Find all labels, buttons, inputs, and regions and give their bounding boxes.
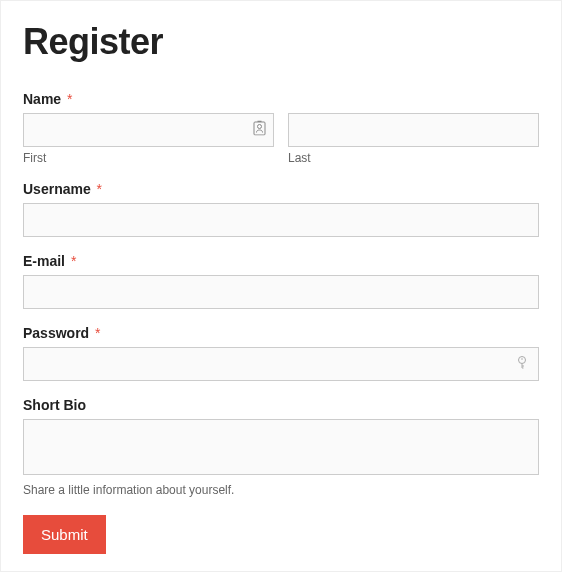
username-input[interactable] (23, 203, 539, 237)
submit-button[interactable]: Submit (23, 515, 106, 554)
last-name-sublabel: Last (288, 151, 539, 165)
password-input[interactable] (23, 347, 539, 381)
password-field-group: Password * (23, 325, 539, 381)
email-label: E-mail * (23, 253, 539, 269)
first-name-input[interactable] (23, 113, 274, 147)
password-required-indicator: * (95, 325, 100, 341)
email-input[interactable] (23, 275, 539, 309)
first-name-input-wrap (23, 113, 274, 147)
name-label: Name * (23, 91, 539, 107)
bio-textarea[interactable] (23, 419, 539, 475)
bio-label: Short Bio (23, 397, 539, 413)
email-label-text: E-mail (23, 253, 65, 269)
register-form-container: Register Name * F (0, 0, 562, 572)
last-name-input[interactable] (288, 113, 539, 147)
page-title: Register (23, 21, 539, 63)
name-label-text: Name (23, 91, 61, 107)
password-label: Password * (23, 325, 539, 341)
username-required-indicator: * (97, 181, 102, 197)
bio-label-text: Short Bio (23, 397, 86, 413)
name-field-group: Name * First (23, 91, 539, 165)
email-required-indicator: * (71, 253, 76, 269)
bio-hint: Share a little information about yoursel… (23, 483, 539, 497)
name-required-indicator: * (67, 91, 72, 107)
first-name-sublabel: First (23, 151, 274, 165)
email-field-group: E-mail * (23, 253, 539, 309)
bio-field-group: Short Bio Share a little information abo… (23, 397, 539, 497)
username-field-group: Username * (23, 181, 539, 237)
password-label-text: Password (23, 325, 89, 341)
username-label-text: Username (23, 181, 91, 197)
username-label: Username * (23, 181, 539, 197)
password-input-wrap (23, 347, 539, 381)
name-row: First Last (23, 113, 539, 165)
last-name-col: Last (288, 113, 539, 165)
first-name-col: First (23, 113, 274, 165)
